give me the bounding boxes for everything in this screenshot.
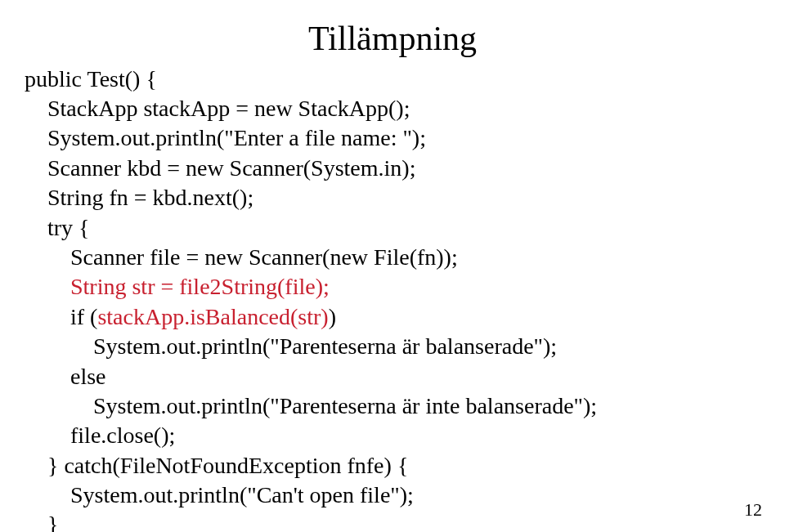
code-line: } [25,512,58,532]
code-line: StackApp stackApp = new StackApp(); [25,96,410,121]
code-line: System.out.println("Enter a file name: "… [25,125,426,150]
code-line: Scanner file = new Scanner(new File(fn))… [25,244,458,270]
code-line-part: ) [329,304,336,329]
code-block: public Test() { StackApp stackApp = new … [25,65,760,532]
code-line: System.out.println("Parenteserna är inte… [25,393,597,418]
code-line: try { [25,215,90,240]
code-line: String fn = kbd.next(); [25,185,253,210]
slide-title: Tillämpning [25,16,760,61]
code-line-highlight: String str = file2String(file); [25,274,330,299]
code-line: file.close(); [25,422,175,448]
code-line: public Test() { [25,66,157,92]
code-line: System.out.println("Parenteserna är bala… [25,333,557,359]
code-line: } catch(FileNotFoundException fnfe) { [25,453,408,478]
code-line-highlight: stackApp.isBalanced(str) [97,304,328,329]
code-line: else [25,364,106,389]
code-line: System.out.println("Can't open file"); [25,482,414,507]
code-line: Scanner kbd = new Scanner(System.in); [25,155,415,181]
page-number: 12 [744,498,762,522]
code-line-part: if ( [25,304,97,329]
